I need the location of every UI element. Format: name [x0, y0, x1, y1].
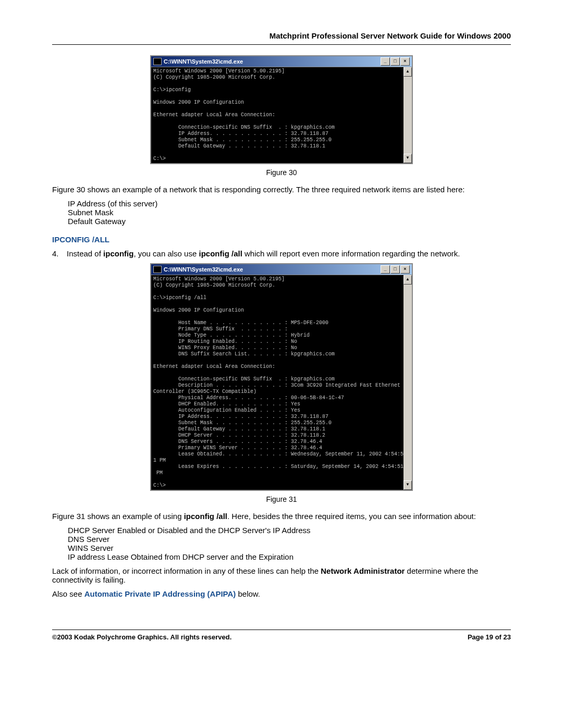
minimize-button[interactable]: _: [381, 57, 390, 66]
cmd-scrollbar[interactable]: ▲ ▼: [403, 275, 412, 490]
text-run: Figure 31 shows an example of using: [52, 512, 184, 521]
cmd-prompt-icon: [153, 58, 162, 65]
cmd-title-text: C:\WINNT\System32\cmd.exe: [164, 58, 243, 65]
text-run: which will report even more information …: [242, 249, 460, 258]
paragraph: Lack of information, or incorrect inform…: [52, 566, 511, 584]
paragraph: Figure 30 shows an example of a network …: [52, 185, 511, 194]
step-text: Instead of ipconfig, you can also use ip…: [67, 249, 511, 258]
cmd-title-left: C:\WINNT\System32\cmd.exe: [153, 58, 243, 65]
bold-run: ipconfig: [103, 249, 133, 258]
link-apipa[interactable]: Automatic Private IP Addressing (APIPA): [84, 589, 236, 598]
bold-run: ipconfig /all: [184, 512, 227, 521]
step-4: 4. Instead of ipconfig, you can also use…: [52, 249, 511, 258]
list-item: Default Gateway: [68, 217, 511, 226]
text-run: Also see: [52, 589, 84, 598]
cmd-body-wrap: Microsoft Windows 2000 [Version 5.00.219…: [151, 275, 412, 490]
figure-caption-31: Figure 31: [52, 495, 511, 503]
cmd-output: Microsoft Windows 2000 [Version 5.00.219…: [151, 67, 403, 163]
cmd-title-left: C:\WINNT\System32\cmd.exe: [153, 266, 243, 273]
cmd-titlebar: C:\WINNT\System32\cmd.exe _ □ ×: [151, 264, 412, 275]
list-required-items: IP Address (of this server) Subnet Mask …: [68, 199, 511, 226]
cmd-window-controls: _ □ ×: [380, 57, 410, 66]
footer-copyright: ©2003 Kodak Polychrome Graphics. All rig…: [52, 633, 231, 641]
bold-run: Network Administrator: [321, 566, 405, 575]
scroll-down-icon[interactable]: ▼: [403, 154, 412, 163]
cmd-body-wrap: Microsoft Windows 2000 [Version 5.00.219…: [151, 67, 412, 163]
footer-page-number: Page 19 of 23: [468, 633, 511, 641]
maximize-button[interactable]: □: [390, 265, 400, 274]
cmd-window-controls: _ □ ×: [380, 265, 410, 274]
scroll-down-icon[interactable]: ▼: [403, 480, 412, 490]
page: Matchprint Professional Server Network G…: [0, 0, 563, 662]
step-number: 4.: [52, 249, 67, 258]
close-button[interactable]: ×: [400, 57, 410, 66]
paragraph: Also see Automatic Private IP Addressing…: [52, 589, 511, 598]
page-footer: ©2003 Kodak Polychrome Graphics. All rig…: [52, 630, 511, 641]
paragraph: Figure 31 shows an example of using ipco…: [52, 512, 511, 521]
list-item: WINS Server: [68, 544, 511, 552]
list-item: DHCP Server Enabled or Disabled and the …: [68, 526, 511, 535]
bold-run: ipconfig /all: [199, 249, 242, 258]
cmd-scrollbar[interactable]: ▲ ▼: [403, 67, 412, 163]
cmd-title-text: C:\WINNT\System32\cmd.exe: [164, 266, 243, 273]
text-run: below.: [236, 589, 260, 598]
list-item: IP Address (of this server): [68, 199, 511, 208]
scroll-up-icon[interactable]: ▲: [403, 67, 412, 77]
text-run: Instead of: [67, 249, 103, 258]
header-rule: [52, 44, 511, 45]
cmd-titlebar: C:\WINNT\System32\cmd.exe _ □ ×: [151, 56, 412, 67]
cmd-prompt-icon: [153, 266, 162, 273]
list-item: Subnet Mask: [68, 208, 511, 217]
section-heading-ipconfig-all: IPCONFIG /ALL: [52, 235, 511, 244]
text-run: Lack of information, or incorrect inform…: [52, 566, 321, 575]
cmd-window-ipconfig-all: C:\WINNT\System32\cmd.exe _ □ × Microsof…: [150, 263, 413, 491]
figure-caption-30: Figure 30: [52, 168, 511, 177]
text-run: . Here, besides the three required items…: [227, 512, 476, 521]
cmd-output: Microsoft Windows 2000 [Version 5.00.219…: [151, 275, 403, 490]
list-item: IP address Lease Obtained from DHCP serv…: [68, 552, 511, 561]
list-ipconfig-all-items: DHCP Server Enabled or Disabled and the …: [68, 526, 511, 561]
page-header-title: Matchprint Professional Server Network G…: [52, 31, 511, 40]
scroll-up-icon[interactable]: ▲: [403, 275, 412, 285]
cmd-window-ipconfig: C:\WINNT\System32\cmd.exe _ □ × Microsof…: [150, 55, 413, 164]
list-item: DNS Server: [68, 535, 511, 544]
close-button[interactable]: ×: [400, 265, 410, 274]
minimize-button[interactable]: _: [381, 265, 390, 274]
maximize-button[interactable]: □: [390, 57, 400, 66]
text-run: , you can also use: [133, 249, 199, 258]
